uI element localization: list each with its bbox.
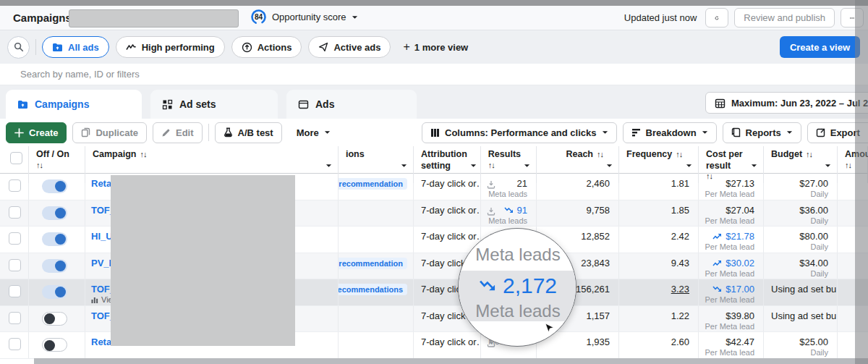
row-checkbox[interactable] (9, 232, 21, 245)
column-header-reach[interactable]: Reach↑↓ (537, 146, 619, 183)
cost-value: $27.04 (699, 205, 763, 216)
column-header-attribution[interactable]: Attribution setting (414, 146, 481, 183)
window-icon (298, 100, 309, 109)
send-icon (318, 42, 328, 52)
reports-button[interactable]: Reports (723, 122, 801, 143)
caret-down-icon (470, 164, 477, 168)
sort-icon: ↑↓ (806, 150, 812, 160)
frequency-value: 3.23 (619, 284, 698, 295)
breakdown-icon (631, 128, 641, 137)
row-checkbox[interactable] (9, 285, 21, 297)
button-label: A/B test (238, 127, 273, 138)
recommendations-cell: 2 recommendations (339, 279, 414, 305)
trend-up-icon (712, 259, 723, 267)
calendar-icon (715, 98, 726, 109)
refresh-icon (715, 13, 719, 23)
cost-per-result-cell: $17.00 Per Meta lead (699, 279, 764, 305)
reach-value: 1,935 (537, 337, 618, 347)
row-checkbox[interactable] (9, 259, 21, 271)
button-label: Columns: Performance and clicks (445, 127, 597, 138)
off-on-cell (29, 332, 85, 358)
folder-icon (17, 100, 28, 109)
campaign-toggle[interactable] (42, 259, 67, 273)
a-b-test-button[interactable]: A/B test (215, 122, 282, 143)
campaign-toggle[interactable] (42, 285, 67, 299)
updated-status: Updated just now (624, 12, 697, 23)
redacted-account-box (69, 9, 239, 27)
select-all-checkbox[interactable] (10, 152, 22, 164)
columns-performance-and-clicks-button[interactable]: Columns: Performance and clicks (422, 122, 617, 143)
off-on-cell (29, 279, 85, 305)
view-pill-active-ads[interactable]: Active ads (308, 36, 391, 58)
copy-icon (81, 127, 90, 137)
tab-ads[interactable]: Ads (286, 90, 417, 119)
breakdown-button[interactable]: Breakdown (623, 122, 717, 143)
view-pill-actions[interactable]: Actions (231, 36, 302, 58)
plus-icon (14, 128, 24, 137)
date-range-label: Maximum: Jun 23, 2022 – Jul 23, 2025 (731, 98, 868, 109)
caret-down-icon (606, 164, 613, 168)
column-header-cost_per_result[interactable]: Cost per result↑↓ (699, 146, 764, 183)
budget-cell: $36.00Daily (764, 200, 838, 227)
refresh-button[interactable] (705, 8, 728, 27)
view-pill-high-performing[interactable]: High performing (116, 36, 225, 58)
pencil-icon (161, 128, 171, 137)
duplicate-button[interactable]: Duplicate (72, 122, 147, 143)
review-and-publish-button[interactable]: Review and publish (734, 8, 835, 27)
tab-label: Ad sets (179, 98, 216, 110)
button-label: More (297, 127, 319, 138)
horizontal-scrollbar[interactable] (34, 358, 868, 364)
trend-up-icon (712, 232, 723, 240)
column-header-recommendations[interactable]: ions (339, 146, 414, 183)
campaign-toggle[interactable] (42, 312, 67, 326)
search-views-button[interactable] (7, 36, 30, 59)
tab-campaigns[interactable]: Campaigns (6, 90, 142, 119)
campaign-toggle[interactable] (42, 232, 67, 246)
more-button[interactable]: More (288, 122, 339, 143)
cost-label: Per Meta lead (699, 216, 763, 225)
tab-ad-sets[interactable]: Ad sets (150, 90, 278, 119)
score-value: 84 (250, 9, 267, 25)
column-header-budget[interactable]: Budget↑↓ (764, 146, 838, 183)
search-input[interactable] (0, 64, 868, 85)
caret-down-icon (352, 15, 358, 20)
cost-label: Per Meta lead (699, 322, 763, 331)
row-select-cell (0, 279, 29, 305)
edit-button[interactable]: Edit (153, 122, 203, 143)
row-checkbox[interactable] (9, 338, 21, 350)
budget-cell: Using ad set bu… (764, 279, 838, 305)
row-checkbox[interactable] (9, 312, 21, 324)
column-label: ions (346, 149, 365, 161)
recommendation-badge[interactable]: 2 recommendations (339, 284, 407, 295)
campaign-toggle[interactable] (42, 338, 67, 352)
row-checkbox[interactable] (9, 206, 21, 219)
row-select-cell (0, 200, 29, 227)
view-pill-all-ads[interactable]: All ads (42, 36, 109, 58)
row-select-cell (0, 332, 29, 358)
column-label: Off / On (36, 149, 69, 161)
create-button[interactable]: Create (6, 122, 67, 143)
attribution-value: 7-day click or… (414, 231, 480, 242)
magnified-result-value: 2,172 (459, 274, 576, 298)
recommendation-badge[interactable]: 1 recommendation (339, 258, 407, 269)
cost-label: Per Meta lead (699, 348, 763, 357)
date-range-button[interactable]: Maximum: Jun 23, 2022 – Jul 23, 2025 (705, 92, 868, 114)
more-view-link[interactable]: + 1 more view (403, 41, 468, 54)
budget-value: $36.00 (764, 205, 837, 216)
results-label: Meta leads (481, 216, 536, 225)
toggle-knob (55, 208, 66, 219)
row-select-cell (0, 227, 29, 253)
column-header-frequency[interactable]: Frequency↑↓ (619, 146, 699, 183)
reach-value: 9,758 (537, 205, 618, 216)
opportunity-score[interactable]: 84 Opportunity score (250, 9, 358, 25)
recommendations-cell (339, 332, 414, 358)
columns-icon (430, 128, 440, 137)
column-header-results[interactable]: Results↑↓ (481, 146, 537, 183)
campaign-toggle[interactable] (42, 206, 67, 220)
column-label: Budget (771, 149, 802, 161)
column-header-off_on[interactable]: Off / On↑↓ (29, 146, 85, 183)
caret-down-icon (686, 164, 692, 168)
sort-icon: ↑↓ (706, 172, 712, 182)
sort-icon: ↑↓ (597, 150, 603, 160)
create-view-button[interactable]: Create a view (780, 36, 860, 58)
